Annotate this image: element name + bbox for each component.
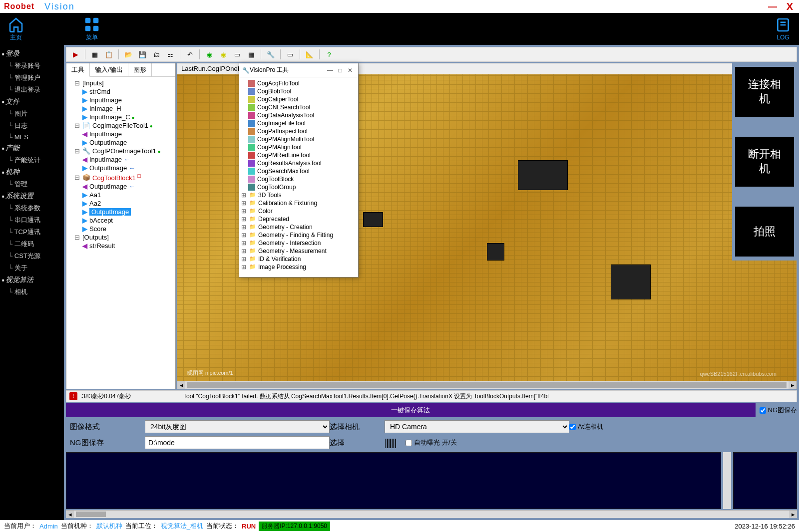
scroll-right-icon[interactable]: ▸ (789, 381, 797, 389)
tb-icon[interactable]: ◉ (203, 48, 215, 60)
action-button[interactable]: 拍照 (735, 207, 794, 257)
tool-folder[interactable]: 📁Geometry - Measurement (241, 247, 356, 255)
tb-icon[interactable]: 📋 (103, 48, 115, 60)
tool-folder[interactable]: 📁Deprecated (241, 215, 356, 223)
tree-node[interactable]: ◀InputImage ← (68, 155, 173, 164)
tb-icon[interactable]: ▦ (245, 48, 257, 60)
tree-node[interactable]: ▶OutputImage ← (68, 164, 173, 172)
save-algorithm-button[interactable]: 一键保存算法 (66, 403, 756, 417)
sidebar-category[interactable]: 系统设置 (2, 190, 62, 202)
tb-icon[interactable]: 🗂 (150, 48, 162, 60)
sidebar-item[interactable]: 相机 (2, 286, 62, 298)
sidebar-item[interactable]: 退出登录 (2, 84, 62, 96)
tool-tree[interactable]: ⊟[Inputs]▶strCmd▶InputImage▶InImage_H▶In… (66, 77, 175, 389)
auto-exposure-checkbox[interactable]: 自动曝光 开/关 (405, 438, 456, 447)
tool-folder[interactable]: 📁ID & Verification (241, 255, 356, 263)
tree-node[interactable]: ▶bAccept (68, 216, 173, 225)
tree-node[interactable]: ▶Score (68, 225, 173, 233)
sidebar-item[interactable]: 管理账户 (2, 72, 62, 84)
sidebar-item[interactable]: 系统参数 (2, 202, 62, 214)
tab-io[interactable]: 输入/输出 (90, 63, 128, 76)
run-button[interactable]: ▶ (69, 48, 81, 60)
img-format-select[interactable]: 24bit灰度图 (145, 420, 330, 433)
tool-list-item[interactable]: CogResultsAnalysisTool (241, 159, 356, 167)
menu-button[interactable]: 菜单 (84, 16, 100, 42)
sidebar-item[interactable]: 关于 (2, 262, 62, 274)
tree-node[interactable]: ⊟📄CogImageFileTool1 (68, 121, 173, 130)
tool-list-item[interactable]: CogSearchMaxTool (241, 167, 356, 175)
h-scrollbar[interactable]: ◂ ▸ (66, 510, 797, 518)
tool-list-item[interactable]: CogImageFileTool (241, 119, 356, 127)
sidebar-category[interactable]: 登录 (2, 48, 62, 60)
sidebar-item[interactable]: 二维码 (2, 238, 62, 250)
tool-folder[interactable]: 📁Color (241, 207, 356, 215)
sidebar-item[interactable]: TCP通讯 (2, 226, 62, 238)
tree-node[interactable]: ▶Aa2 (68, 199, 173, 208)
open-icon[interactable]: 📂 (122, 48, 134, 60)
tool-folder[interactable]: 📁3D Tools (241, 191, 356, 199)
sidebar-item[interactable]: CST光源 (2, 250, 62, 262)
tool-folder[interactable]: 📁Geometry - Finding & Fitting (241, 231, 356, 239)
home-button[interactable]: 主页 (8, 16, 24, 42)
tb-icon[interactable]: ◉ (217, 48, 229, 60)
tb-icon[interactable]: ▭ (231, 48, 243, 60)
h-scrollbar[interactable]: ◂ ▸ (177, 381, 797, 389)
tree-node[interactable]: ▶OutputImage (68, 138, 173, 147)
tree-node[interactable]: ◀InputImage (68, 130, 173, 138)
tree-node[interactable]: ▶InImage_H (68, 104, 173, 113)
tree-node[interactable]: ⊟[Inputs] (68, 79, 173, 87)
scroll-thumb[interactable] (187, 382, 787, 388)
close-button[interactable]: X (787, 1, 793, 12)
sidebar-item[interactable]: 日志 (2, 120, 62, 132)
sidebar-item[interactable]: 图片 (2, 108, 62, 120)
sidebar-category[interactable]: 文件 (2, 96, 62, 108)
log-button[interactable]: LOG (775, 17, 791, 41)
tree-node[interactable]: ▶InputImage (68, 96, 173, 104)
tool-list-item[interactable]: CogBlobTool (241, 87, 356, 95)
sidebar-category[interactable]: 机种 (2, 166, 62, 178)
tb-icon[interactable]: ⚏ (164, 48, 176, 60)
minimize-icon[interactable]: — (325, 67, 335, 74)
tree-node[interactable]: ▶InputImage_C (68, 113, 173, 121)
tree-node[interactable]: ⊟[Outputs] (68, 233, 173, 242)
tb-icon[interactable]: ▭ (284, 48, 296, 60)
action-button[interactable]: 断开相 机 (735, 137, 794, 187)
sidebar-category[interactable]: 视觉算法 (2, 274, 62, 286)
ng-save-path-input[interactable] (145, 436, 330, 449)
tool-list-item[interactable]: CogDataAnalysisTool (241, 111, 356, 119)
v-scrollbar[interactable] (723, 452, 731, 509)
tb-icon[interactable]: 📐 (304, 48, 316, 60)
tab-graphics[interactable]: 图形 (128, 63, 152, 76)
tool-list-item[interactable]: CogPMAlignTool (241, 143, 356, 151)
scroll-left-icon[interactable]: ◂ (177, 381, 185, 389)
help-icon[interactable]: ? (323, 48, 335, 60)
sidebar-item[interactable]: 串口通讯 (2, 214, 62, 226)
tree-node[interactable]: ▶Aa1 (68, 191, 173, 199)
at-camera-checkbox[interactable]: At连相机 (569, 422, 674, 431)
visionpro-tools-window[interactable]: 🔧 VisionPro 工具 — □ ✕ CogAcqFifoTool CogB… (239, 63, 359, 277)
tab-tools[interactable]: 工具 (66, 63, 90, 77)
sidebar-item[interactable]: 产能统计 (2, 154, 62, 166)
tree-node[interactable]: ⊟📦CogToolBlock1 □ (68, 172, 173, 182)
sidebar-item[interactable]: 登录账号 (2, 60, 62, 72)
sidebar-item[interactable]: MES (2, 132, 62, 142)
tb-icon[interactable]: ▦ (89, 48, 101, 60)
tool-list-item[interactable]: CogCaliperTool (241, 95, 356, 103)
action-button[interactable]: 连接相 机 (735, 67, 794, 117)
settings-icon[interactable]: 🔧 (265, 48, 277, 60)
tree-node[interactable]: ⊟🔧CogIPOneImageTool1 (68, 147, 173, 155)
tool-folder[interactable]: 📁Geometry - Intersection (241, 239, 356, 247)
tool-list-item[interactable]: CogCNLSearchTool (241, 103, 356, 111)
save-icon[interactable]: 💾 (136, 48, 148, 60)
camera-select[interactable]: HD Camera (385, 420, 569, 433)
window-titlebar[interactable]: 🔧 VisionPro 工具 — □ ✕ (239, 63, 358, 77)
tool-list-item[interactable]: CogToolGroup (241, 183, 356, 191)
close-icon[interactable]: ✕ (345, 67, 355, 74)
tree-node[interactable]: ◀OutputImage ← (68, 182, 173, 191)
ng-save-checkbox[interactable]: NG图保存 (760, 406, 798, 415)
tool-folder[interactable]: 📁Calibration & Fixturing (241, 199, 356, 207)
sidebar-category[interactable]: 产能 (2, 142, 62, 154)
barcode-icon[interactable]: ||||||| (385, 437, 396, 449)
undo-icon[interactable]: ↶ (184, 48, 196, 60)
minimize-button[interactable]: — (768, 1, 777, 12)
